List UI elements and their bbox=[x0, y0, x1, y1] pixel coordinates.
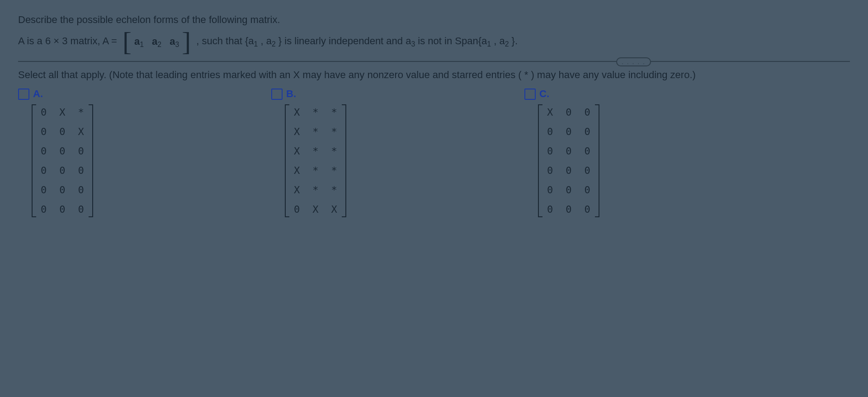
matrix-c: X00 000 000 000 000 000 bbox=[534, 103, 603, 219]
cell: 0 bbox=[34, 122, 53, 141]
cell: 0 bbox=[34, 180, 53, 200]
cell: 0 bbox=[34, 103, 53, 122]
cell: * bbox=[325, 180, 344, 200]
cell: X bbox=[541, 103, 559, 122]
cell: X bbox=[288, 122, 306, 141]
matrix-c-left-bracket bbox=[534, 103, 541, 219]
cell: 0 bbox=[53, 161, 71, 180]
cell: * bbox=[325, 141, 344, 161]
option-b-header[interactable]: B. bbox=[271, 88, 497, 100]
col-a3: a3 bbox=[170, 33, 179, 51]
matrix-c-table: X00 000 000 000 000 000 bbox=[541, 103, 597, 219]
cell: * bbox=[325, 161, 344, 180]
cell: 0 bbox=[559, 103, 578, 122]
checkbox-c[interactable] bbox=[524, 89, 536, 100]
cell: 0 bbox=[578, 161, 597, 180]
cell: 0 bbox=[53, 180, 71, 200]
cell: X bbox=[288, 180, 306, 200]
option-b: B. X** X** X** X** X** 0XX bbox=[271, 88, 497, 222]
q2-post-a: , such that {a bbox=[196, 35, 254, 47]
q2-post-b: , a bbox=[260, 35, 271, 47]
cell: X bbox=[53, 103, 71, 122]
options-row: A. 0X* 00X 000 000 000 000 B. bbox=[18, 86, 850, 222]
divider: . . . . . bbox=[18, 61, 850, 62]
q2-pre: A is a 6 × 3 matrix, A = bbox=[18, 35, 120, 47]
cell: 0 bbox=[578, 103, 597, 122]
cell: X bbox=[325, 200, 344, 219]
cell: * bbox=[325, 122, 344, 141]
checkbox-a[interactable] bbox=[18, 89, 29, 100]
cell: * bbox=[306, 161, 325, 180]
matrix-a-right-bracket bbox=[90, 103, 97, 219]
cell: X bbox=[72, 122, 90, 141]
cell: 0 bbox=[72, 180, 90, 200]
q2-post-c: } is linearly independent and a bbox=[278, 35, 411, 47]
matrix-c-right-bracket bbox=[597, 103, 603, 219]
checkbox-b[interactable] bbox=[271, 89, 283, 100]
cell: X bbox=[288, 103, 306, 122]
question-line-2: A is a 6 × 3 matrix, A = [ a1 a2 a3 ] , … bbox=[18, 30, 850, 53]
instruction-text: Select all that apply. (Note that leadin… bbox=[18, 62, 850, 86]
matrix-a: 0X* 00X 000 000 000 000 bbox=[28, 103, 97, 219]
matrix-b-table: X** X** X** X** X** 0XX bbox=[288, 103, 344, 219]
cell: * bbox=[306, 122, 325, 141]
cell: 0 bbox=[34, 141, 53, 161]
cell: * bbox=[72, 103, 90, 122]
cell: 0 bbox=[72, 141, 90, 161]
cell: 0 bbox=[559, 161, 578, 180]
cell: 0 bbox=[53, 141, 71, 161]
option-a-label: A. bbox=[33, 88, 43, 100]
matrix-b: X** X** X** X** X** 0XX bbox=[281, 103, 350, 219]
cell: X bbox=[288, 141, 306, 161]
cell: * bbox=[325, 103, 344, 122]
q2-post-d: is not in Span{a bbox=[418, 35, 487, 47]
cell: 0 bbox=[34, 200, 53, 219]
cell: 0 bbox=[578, 200, 597, 219]
cell: 0 bbox=[578, 122, 597, 141]
cell: 0 bbox=[53, 122, 71, 141]
q2-post-e: , a bbox=[494, 35, 505, 47]
cell: 0 bbox=[72, 200, 90, 219]
q2-post-f: }. bbox=[512, 35, 518, 47]
cell: 0 bbox=[541, 161, 559, 180]
col-a2: a2 bbox=[152, 33, 161, 51]
cell: 0 bbox=[34, 161, 53, 180]
cell: 0 bbox=[578, 180, 597, 200]
option-c-label: C. bbox=[539, 88, 549, 100]
option-c: C. X00 000 000 000 000 000 bbox=[524, 88, 750, 222]
cell: * bbox=[306, 180, 325, 200]
cell: * bbox=[306, 141, 325, 161]
cell: 0 bbox=[541, 122, 559, 141]
cell: * bbox=[306, 103, 325, 122]
cell: 0 bbox=[541, 141, 559, 161]
right-bracket-icon: ] bbox=[182, 36, 191, 47]
cell: X bbox=[306, 200, 325, 219]
matrix-b-right-bracket bbox=[344, 103, 350, 219]
option-a-header[interactable]: A. bbox=[18, 88, 244, 100]
question-line-1: Describe the possible echelon forms of t… bbox=[18, 9, 850, 30]
matrix-b-left-bracket bbox=[281, 103, 288, 219]
matrix-columns: a1 a2 a3 bbox=[134, 33, 179, 51]
cell: 0 bbox=[559, 122, 578, 141]
left-bracket-icon: [ bbox=[123, 36, 132, 47]
cell: 0 bbox=[559, 180, 578, 200]
cell: 0 bbox=[578, 141, 597, 161]
cell: X bbox=[288, 161, 306, 180]
question-page: Describe the possible echelon forms of t… bbox=[0, 0, 868, 231]
ellipsis-bubble[interactable]: . . . . . bbox=[616, 57, 651, 66]
matrix-a-left-bracket bbox=[28, 103, 34, 219]
option-c-header[interactable]: C. bbox=[524, 88, 750, 100]
matrix-a-table: 0X* 00X 000 000 000 000 bbox=[34, 103, 90, 219]
cell: 0 bbox=[541, 200, 559, 219]
option-b-label: B. bbox=[286, 88, 296, 100]
cell: 0 bbox=[53, 200, 71, 219]
cell: 0 bbox=[288, 200, 306, 219]
cell: 0 bbox=[559, 200, 578, 219]
cell: 0 bbox=[559, 141, 578, 161]
inline-matrix: [ a1 a2 a3 ] bbox=[120, 33, 193, 51]
option-a: A. 0X* 00X 000 000 000 000 bbox=[18, 88, 244, 222]
col-a1: a1 bbox=[134, 33, 144, 51]
cell: 0 bbox=[541, 180, 559, 200]
cell: 0 bbox=[72, 161, 90, 180]
